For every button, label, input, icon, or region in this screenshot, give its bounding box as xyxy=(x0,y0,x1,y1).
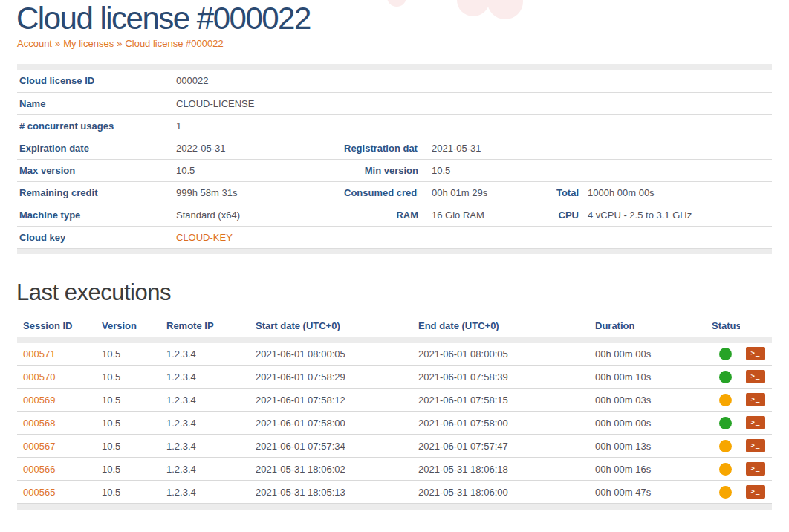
session-id-link[interactable]: 000569 xyxy=(23,395,55,406)
column-header-duration: Duration xyxy=(589,316,706,337)
detail-label: Expiration date xyxy=(17,137,170,159)
start-date-cell: 2021-05-31 18:05:13 xyxy=(250,481,412,504)
breadcrumb-separator: » xyxy=(117,38,122,49)
version-cell: 10.5 xyxy=(96,343,160,366)
detail-label: Name xyxy=(17,92,170,114)
executions-header-row: Session ID Version Remote IP Start date … xyxy=(17,316,772,337)
detail-value: 16 Gio RAM xyxy=(418,204,553,226)
column-header-version: Version xyxy=(96,316,160,337)
table-top-bar xyxy=(17,337,772,343)
duration-cell: 00h 00m 00s xyxy=(589,412,706,435)
detail-label: Remaining credit xyxy=(17,181,170,204)
detail-row-machine: Machine type Standard (x64) RAM 16 Gio R… xyxy=(17,204,772,226)
execution-row: 000565 10.5 1.2.3.4 2021-05-31 18:05:13 … xyxy=(17,481,772,504)
detail-row-expiration-date: Expiration date 2022-05-31 Registration … xyxy=(17,137,772,159)
start-date-cell: 2021-05-31 18:06:02 xyxy=(250,458,412,481)
detail-row-versions: Max version 10.5 Min version 10.5 xyxy=(17,159,772,181)
detail-label: Min version xyxy=(344,159,418,181)
detail-value: 00h 01m 29s xyxy=(418,181,553,204)
execution-row: 000569 10.5 1.2.3.4 2021-06-01 07:58:12 … xyxy=(17,389,772,412)
detail-row-cloud-license-id: Cloud license ID 000022 xyxy=(17,70,772,92)
license-details-table: Cloud license ID 000022 Name CLOUD-LICEN… xyxy=(17,64,772,254)
column-header-remote-ip: Remote IP xyxy=(160,316,250,337)
detail-label: Cloud key xyxy=(17,226,170,248)
version-cell: 10.5 xyxy=(96,458,160,481)
console-icon[interactable]: >_ xyxy=(746,462,765,476)
duration-cell: 00h 00m 13s xyxy=(589,435,706,458)
detail-value: 4 vCPU - 2.5 to 3.1 GHz xyxy=(579,204,772,226)
remote-ip-cell: 1.2.3.4 xyxy=(160,481,250,504)
console-icon[interactable]: >_ xyxy=(746,370,765,383)
detail-value: 1000h 00m 00s xyxy=(579,181,772,204)
console-icon[interactable]: >_ xyxy=(746,416,765,429)
end-date-cell: 2021-06-01 07:57:47 xyxy=(412,435,589,458)
detail-value: 10.5 xyxy=(418,159,553,181)
detail-label: Machine type xyxy=(17,204,170,226)
breadcrumb-separator: » xyxy=(55,38,60,49)
session-id-link[interactable]: 000567 xyxy=(23,441,55,452)
section-title-last-executions: Last executions xyxy=(16,279,789,306)
detail-label: Registration date xyxy=(344,137,418,159)
console-icon[interactable]: >_ xyxy=(746,439,765,452)
detail-label: Consumed credit xyxy=(344,181,418,204)
detail-row-concurrent-usages: # concurrent usages 1 xyxy=(17,114,772,137)
console-icon[interactable]: >_ xyxy=(746,347,765,360)
start-date-cell: 2021-06-01 07:57:34 xyxy=(250,435,412,458)
remote-ip-cell: 1.2.3.4 xyxy=(160,458,250,481)
end-date-cell: 2021-06-01 07:58:39 xyxy=(412,366,589,389)
version-cell: 10.5 xyxy=(96,435,160,458)
start-date-cell: 2021-06-01 07:58:00 xyxy=(250,412,412,435)
status-indicator-icon xyxy=(719,463,732,476)
detail-value: CLOUD-LICENSE xyxy=(170,92,344,114)
status-indicator-icon xyxy=(719,348,732,360)
duration-cell: 00h 00m 00s xyxy=(589,343,706,366)
execution-row: 000567 10.5 1.2.3.4 2021-06-01 07:57:34 … xyxy=(17,435,772,458)
console-icon[interactable]: >_ xyxy=(746,393,765,406)
execution-row: 000568 10.5 1.2.3.4 2021-06-01 07:58:00 … xyxy=(17,412,772,435)
detail-label: # concurrent usages xyxy=(17,114,170,137)
session-id-link[interactable]: 000566 xyxy=(23,464,55,475)
detail-value: 999h 58m 31s xyxy=(170,181,344,204)
end-date-cell: 2021-06-01 07:58:15 xyxy=(412,389,589,412)
version-cell: 10.5 xyxy=(96,412,160,435)
start-date-cell: 2021-06-01 08:00:05 xyxy=(250,343,412,366)
session-id-link[interactable]: 000568 xyxy=(23,418,55,429)
version-cell: 10.5 xyxy=(96,389,160,412)
start-date-cell: 2021-06-01 07:58:12 xyxy=(250,389,412,412)
session-id-link[interactable]: 000565 xyxy=(23,487,55,498)
status-indicator-icon xyxy=(719,417,732,429)
duration-cell: 00h 00m 47s xyxy=(589,481,706,504)
start-date-cell: 2021-06-01 07:58:29 xyxy=(250,366,412,389)
end-date-cell: 2021-06-01 08:00:05 xyxy=(412,343,589,366)
table-top-bar xyxy=(17,64,772,70)
detail-value: 2022-05-31 xyxy=(170,137,344,159)
session-id-link[interactable]: 000570 xyxy=(23,372,55,383)
session-id-link[interactable]: 000571 xyxy=(23,348,55,360)
detail-label: RAM xyxy=(344,204,418,226)
execution-row: 000566 10.5 1.2.3.4 2021-05-31 18:06:02 … xyxy=(17,458,772,481)
page-title: Cloud license #000022 xyxy=(16,1,789,36)
detail-row-credit: Remaining credit 999h 58m 31s Consumed c… xyxy=(17,181,772,204)
duration-cell: 00h 00m 03s xyxy=(589,389,706,412)
execution-row: 000570 10.5 1.2.3.4 2021-06-01 07:58:29 … xyxy=(17,366,772,389)
detail-label: CPU xyxy=(553,204,579,226)
detail-value: 1 xyxy=(170,114,344,137)
table-bottom-bar xyxy=(17,504,772,510)
table-bottom-bar xyxy=(17,248,772,254)
status-indicator-icon xyxy=(719,440,732,452)
status-indicator-icon xyxy=(719,394,732,406)
breadcrumb-cloud-license[interactable]: Cloud license #000022 xyxy=(125,38,223,49)
console-icon[interactable]: >_ xyxy=(746,485,765,499)
remote-ip-cell: 1.2.3.4 xyxy=(160,389,250,412)
status-indicator-icon xyxy=(719,486,732,499)
cloud-key-link[interactable]: CLOUD-KEY xyxy=(176,232,233,243)
breadcrumb-my-licenses[interactable]: My licenses xyxy=(63,38,114,49)
detail-label: Cloud license ID xyxy=(17,70,170,92)
executions-table: Session ID Version Remote IP Start date … xyxy=(17,316,772,510)
end-date-cell: 2021-05-31 18:06:18 xyxy=(412,458,589,481)
remote-ip-cell: 1.2.3.4 xyxy=(160,343,250,366)
column-header-session-id: Session ID xyxy=(17,316,96,337)
detail-row-cloud-key: Cloud key CLOUD-KEY xyxy=(17,226,772,248)
breadcrumb-account[interactable]: Account xyxy=(17,38,52,49)
duration-cell: 00h 00m 16s xyxy=(589,458,706,481)
